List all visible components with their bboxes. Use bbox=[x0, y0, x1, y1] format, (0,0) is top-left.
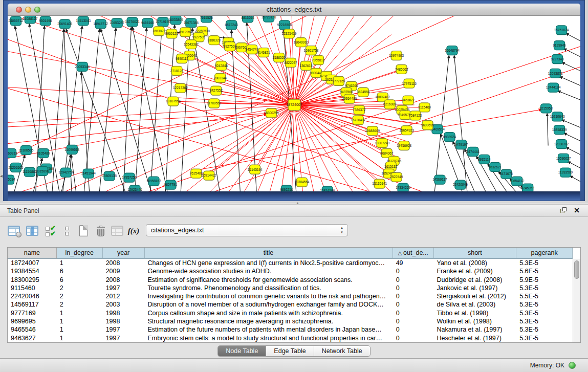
graph-edge[interactable] bbox=[294, 105, 389, 173]
graph-node[interactable]: 9146821 bbox=[257, 48, 270, 57]
graph-edge[interactable] bbox=[559, 76, 580, 92]
table-cell[interactable]: 1998 bbox=[103, 317, 145, 325]
column-header-pagerank[interactable]: pagerank bbox=[516, 248, 573, 259]
table-row[interactable]: 946362711997Embryonic stem cells: a mode… bbox=[8, 334, 573, 342]
table-row[interactable]: 1938455462009Genome-wide association stu… bbox=[8, 267, 573, 275]
graph-node[interactable]: 22420046 bbox=[453, 180, 468, 189]
graph-node[interactable]: 17957253 bbox=[122, 173, 137, 182]
graph-edge[interactable] bbox=[123, 41, 580, 191]
graph-node[interactable]: 11156883 bbox=[23, 167, 37, 177]
graph-edge[interactable] bbox=[99, 28, 116, 191]
graph-edge[interactable] bbox=[133, 27, 169, 191]
scrollbar-thumb[interactable] bbox=[574, 260, 579, 279]
table-cell[interactable]: 1 bbox=[57, 325, 103, 334]
graph-node[interactable]: 12213362 bbox=[173, 83, 188, 93]
graph-node[interactable]: 16720407 bbox=[351, 116, 365, 125]
graph-node[interactable]: 15099518 bbox=[64, 145, 79, 155]
network-graph[interactable]: 2405571221088127950149820691406145130431… bbox=[8, 16, 580, 191]
graph-node[interactable]: 16648794 bbox=[445, 46, 460, 55]
graph-node[interactable]: 11283509 bbox=[558, 168, 573, 177]
table-cell[interactable]: Jankovic et al. (1997) bbox=[433, 284, 516, 292]
graph-node[interactable]: 15814586 bbox=[320, 186, 335, 191]
function-builder-button[interactable]: f(x) bbox=[126, 223, 141, 238]
graph-node[interactable]: 7625402 bbox=[190, 169, 203, 178]
graph-edge[interactable] bbox=[434, 55, 449, 191]
graph-node[interactable]: 9466160 bbox=[141, 18, 155, 28]
graph-edge[interactable] bbox=[8, 31, 445, 191]
graph-node[interactable]: 8471676 bbox=[500, 169, 513, 179]
table-cell[interactable]: 22420046 bbox=[8, 292, 57, 300]
graph-node[interactable]: 11700562 bbox=[207, 99, 222, 108]
table-cell[interactable]: 1997 bbox=[103, 325, 145, 334]
table-cell[interactable]: 18300295 bbox=[8, 276, 57, 284]
table-cell[interactable]: 9115460 bbox=[8, 284, 57, 292]
graph-node[interactable]: 18640910 bbox=[294, 38, 309, 47]
graph-node[interactable]: 9857791 bbox=[164, 180, 178, 189]
column-header-short[interactable]: short bbox=[434, 248, 517, 259]
graph-edge[interactable] bbox=[557, 91, 580, 106]
graph-node[interactable]: 8105489 bbox=[37, 148, 50, 158]
graph-node[interactable]: 18724007 bbox=[286, 99, 302, 111]
graph-node[interactable]: 17334269 bbox=[396, 183, 410, 191]
show-columns-button[interactable] bbox=[25, 223, 40, 238]
graph-node[interactable]: 3624554 bbox=[357, 87, 370, 97]
graph-node[interactable]: 25206505 bbox=[9, 163, 24, 172]
graph-node[interactable]: 19756928 bbox=[397, 141, 411, 150]
table-cell[interactable]: 5.3E-5 bbox=[516, 259, 573, 267]
tab-node-table[interactable]: Node Table bbox=[218, 346, 266, 356]
graph-edge[interactable] bbox=[294, 105, 382, 143]
select-columns-button[interactable]: ✔✔ bbox=[43, 223, 58, 238]
graph-edge[interactable] bbox=[570, 176, 580, 190]
table-cell[interactable]: 5.3E-5 bbox=[516, 334, 573, 342]
table-row[interactable]: 1872400712008Changes of HCN gene express… bbox=[8, 259, 573, 267]
graph-node[interactable]: 2522549 bbox=[390, 172, 403, 182]
table-cell[interactable]: 14569117 bbox=[8, 300, 57, 309]
table-cell[interactable]: 0 bbox=[393, 309, 434, 317]
graph-node[interactable]: 18807249 bbox=[375, 139, 389, 148]
graph-node[interactable]: 8427552 bbox=[210, 86, 223, 95]
table-cell[interactable]: 5.3E-5 bbox=[516, 317, 573, 325]
graph-node[interactable]: 9227343 bbox=[551, 55, 564, 64]
graph-node[interactable]: 8186328 bbox=[208, 36, 221, 45]
graph-node[interactable]: 9501498 bbox=[39, 16, 52, 26]
table-row[interactable]: 1456911722003Disruption of a novel membe… bbox=[8, 300, 573, 309]
graph-edge[interactable] bbox=[231, 30, 241, 191]
table-cell[interactable]: 0 bbox=[393, 300, 434, 309]
graph-node[interactable]: 16961758 bbox=[304, 46, 319, 55]
graph-node[interactable]: 9892256 bbox=[280, 185, 293, 191]
table-row[interactable]: 946554611997Estimation of the future num… bbox=[8, 325, 573, 334]
table-row[interactable]: 2242004622012Investigating the contribut… bbox=[8, 292, 573, 300]
table-mode-button[interactable] bbox=[6, 223, 21, 238]
graph-edge[interactable] bbox=[83, 29, 100, 191]
table-cell[interactable]: 5.5E-5 bbox=[516, 292, 573, 300]
graph-node[interactable]: 92218506 bbox=[277, 20, 292, 30]
table-cell[interactable]: Hescheler et al. (1997) bbox=[433, 334, 516, 342]
collapsed-panel-arrow-icon[interactable]: ◂ bbox=[0, 173, 3, 179]
graph-node[interactable]: 8813054 bbox=[242, 16, 255, 23]
table-cell[interactable]: 5.3E-5 bbox=[516, 300, 573, 309]
table-cell[interactable]: Estimation of the future numbers of pati… bbox=[145, 325, 393, 334]
graph-edge[interactable] bbox=[8, 16, 294, 105]
table-row[interactable]: 911546021997Tourette syndrome. Phenomeno… bbox=[8, 284, 573, 292]
table-cell[interactable]: Tibbo et al. (1998) bbox=[433, 309, 516, 317]
graph-edge[interactable] bbox=[294, 105, 394, 161]
graph-node[interactable]: 17975115 bbox=[402, 79, 417, 88]
table-cell[interactable]: 1998 bbox=[103, 309, 145, 317]
table-cell[interactable]: Yano et al. (2008) bbox=[433, 259, 516, 267]
graph-node[interactable]: 15654923 bbox=[399, 126, 414, 135]
graph-node[interactable]: 9805034 bbox=[8, 175, 15, 184]
table-cell[interactable]: 0 bbox=[393, 325, 434, 334]
table-cell[interactable]: 1997 bbox=[103, 284, 145, 292]
graph-node[interactable]: 18300295 bbox=[264, 108, 279, 118]
table-cell[interactable]: 2008 bbox=[103, 276, 145, 284]
table-cell[interactable]: 2008 bbox=[103, 259, 145, 267]
table-cell[interactable]: 19384554 bbox=[8, 267, 57, 275]
graph-node[interactable]: 13505135 bbox=[102, 171, 117, 181]
graph-node[interactable]: 10974903 bbox=[389, 51, 404, 60]
graph-edge[interactable] bbox=[454, 55, 468, 191]
table-cell[interactable]: Tourette syndrome. Phenomenology and cla… bbox=[145, 284, 393, 292]
table-cell[interactable]: 9699695 bbox=[8, 317, 57, 325]
delete-column-button[interactable] bbox=[93, 223, 108, 238]
graph-node[interactable]: 16671388 bbox=[184, 18, 199, 28]
graph-edge[interactable] bbox=[294, 16, 580, 105]
